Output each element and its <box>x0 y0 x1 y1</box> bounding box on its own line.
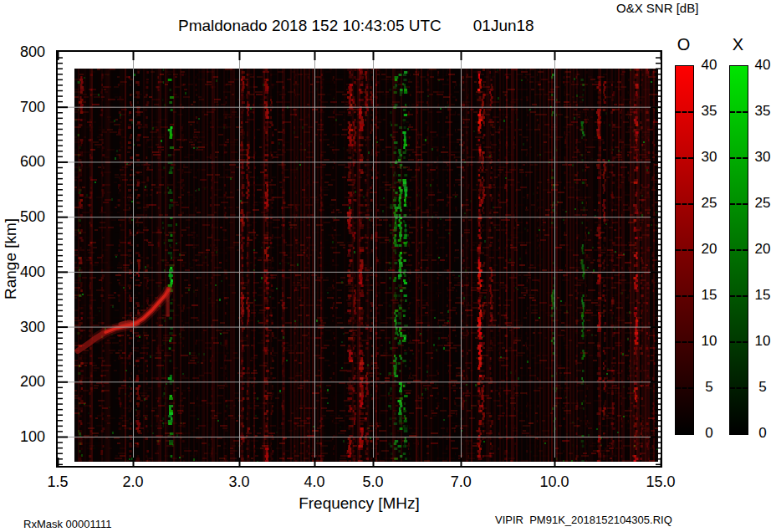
title-date: 01Jun18 <box>473 17 534 35</box>
rxmask-text: RxMask 00001111 <box>23 518 112 530</box>
colorbar-tick-dash <box>730 295 748 297</box>
o-colorbar-label: O <box>673 35 694 54</box>
colorbar-tick-label: 35 <box>696 103 722 120</box>
colorbar-tick-label: 5 <box>749 379 771 396</box>
y-tick-label: 500 <box>0 207 45 226</box>
ionogram-page: Pmaldonado 2018 152 10:43:05 UTC 01Jun18… <box>0 0 771 532</box>
colorbar-tick-dash <box>730 111 748 113</box>
colorbar-tick-label: 30 <box>749 149 771 166</box>
colorbar-tick-label: 25 <box>696 195 722 212</box>
y-tick-label: 100 <box>0 427 45 446</box>
colorbar-tick-label: 40 <box>696 57 722 74</box>
colorbar-tick-dash <box>676 203 693 205</box>
colorbar-tick-dash <box>676 111 693 113</box>
plot-area <box>56 50 662 468</box>
plot-title: Pmaldonado 2018 152 10:43:05 UTC 01Jun18 <box>178 17 534 35</box>
x-tick-label: 5.0 <box>355 473 391 491</box>
colorbar-tick-label: 20 <box>749 241 771 258</box>
x-tick-label: 7.0 <box>442 473 479 491</box>
y-tick-label: 600 <box>0 152 45 171</box>
colorbar-title: O&X SNR [dB] <box>616 1 698 15</box>
colorbar-tick-dash <box>730 249 748 251</box>
x-colorbar <box>729 65 748 435</box>
colorbar-tick-label: 25 <box>749 195 771 212</box>
colorbar-tick-dash <box>676 157 693 159</box>
o-colorbar <box>675 65 694 435</box>
x-tick-label: 2.0 <box>115 473 151 491</box>
colorbar-tick-label: 10 <box>749 333 771 350</box>
colorbar-tick-label: 40 <box>749 57 771 74</box>
x-tick-label: 10.0 <box>536 473 573 491</box>
ionogram-canvas <box>58 52 661 466</box>
x-tick-label: 15.0 <box>642 473 679 491</box>
colorbar-tick-label: 30 <box>696 149 722 166</box>
y-tick-label: 200 <box>0 372 45 391</box>
x-tick-label: 1.5 <box>39 473 76 491</box>
y-tick-label: 800 <box>0 43 45 61</box>
y-tick-label: 300 <box>0 318 45 336</box>
colorbar-tick-dash <box>730 157 748 159</box>
y-tick-label: 700 <box>0 98 45 116</box>
colorbar-tick-dash <box>676 387 693 389</box>
colorbar-tick-label: 20 <box>696 241 722 258</box>
colorbar-tick-label: 15 <box>749 287 771 304</box>
colorbar-tick-dash <box>730 203 748 205</box>
filename-text: VIPIR PM91K_2018152104305.RIQ <box>495 514 672 526</box>
x-tick-label: 3.0 <box>221 473 258 491</box>
colorbar-tick-label: 0 <box>696 425 722 442</box>
colorbar-tick-dash <box>676 341 693 343</box>
colorbar-tick-label: 0 <box>749 425 771 442</box>
y-tick-label: 400 <box>0 263 45 281</box>
colorbar-tick-label: 15 <box>696 287 722 304</box>
title-station-time: Pmaldonado 2018 152 10:43:05 UTC <box>178 17 442 35</box>
x-colorbar-label: X <box>728 35 748 54</box>
x-tick-label: 4.0 <box>296 473 333 491</box>
colorbar-tick-dash <box>676 295 693 297</box>
x-axis-title: Frequency [MHz] <box>58 494 661 513</box>
colorbar-tick-dash <box>730 341 748 343</box>
colorbar-tick-label: 10 <box>696 333 722 350</box>
colorbar-tick-dash <box>676 249 693 251</box>
colorbar-tick-label: 5 <box>696 379 722 396</box>
colorbar-tick-label: 35 <box>749 103 771 120</box>
colorbar-tick-dash <box>730 387 748 389</box>
